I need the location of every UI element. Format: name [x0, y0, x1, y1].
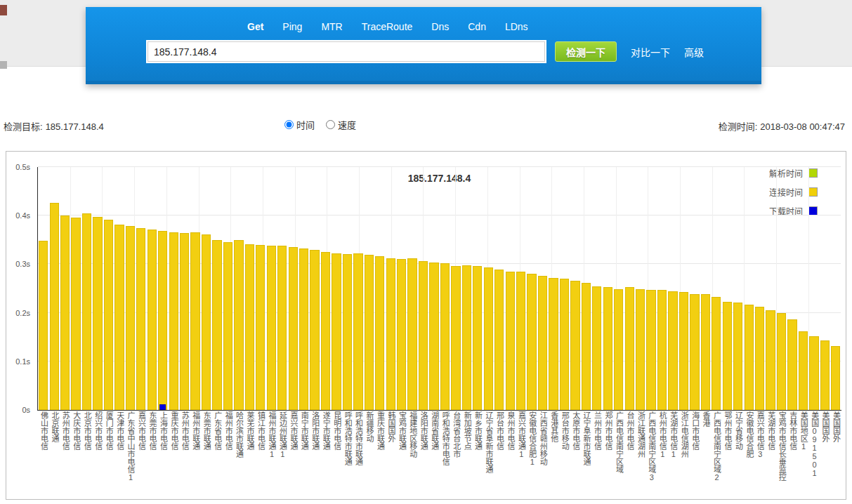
bar-column — [603, 167, 613, 410]
connect-time-bar — [636, 289, 645, 410]
radio-time[interactable]: 时间 — [284, 118, 315, 131]
connect-time-bar — [71, 218, 80, 410]
x-label: 遂宁市联通 — [320, 411, 331, 498]
bar-column — [624, 167, 634, 410]
connect-time-bar — [733, 303, 742, 410]
connect-time-bar — [332, 253, 341, 410]
radio-time-input[interactable] — [284, 120, 294, 129]
x-label: 苏州市电信 — [179, 411, 190, 498]
x-label: 鄂州市电信 — [722, 411, 733, 498]
connect-time-bar — [538, 276, 547, 410]
connect-time-bar — [712, 297, 721, 410]
connect-time-bar — [592, 286, 601, 410]
x-label: 福州市电信 — [223, 411, 233, 498]
target-input[interactable] — [146, 40, 546, 63]
bar-column — [233, 167, 244, 410]
connect-time-bar — [440, 263, 450, 410]
connect-time-bar — [506, 272, 515, 410]
compare-link[interactable]: 对比一下 — [631, 45, 670, 59]
x-label: 辽宁省移动 — [733, 411, 743, 498]
tab-ping[interactable]: Ping — [282, 21, 302, 32]
x-label: 广西电信南宁区域3 — [645, 411, 656, 498]
tab-traceroute[interactable]: TraceRoute — [362, 21, 413, 32]
y-axis-line — [37, 167, 38, 411]
x-label: 安徽电信合肥1 — [526, 411, 537, 498]
tab-dns[interactable]: Dns — [431, 21, 449, 32]
x-label: 呼和浩特市电信 — [440, 411, 450, 498]
radio-speed-input[interactable] — [326, 120, 335, 129]
page-edge-artifact — [0, 61, 7, 69]
nav-tabs: GetPingMTRTraceRouteDnsCdnLDns — [247, 21, 528, 32]
y-tick-label: 0.1s — [8, 357, 30, 366]
y-tick-label: 0.4s — [8, 211, 30, 220]
radio-speed-label: 速度 — [338, 118, 356, 131]
connect-time-bar — [114, 225, 124, 410]
bar-column — [255, 167, 266, 410]
connect-time-bar — [809, 336, 818, 410]
x-label: 重庆市联通 — [374, 411, 385, 498]
connect-time-bar — [831, 346, 840, 410]
bar-column — [309, 167, 320, 410]
x-label: 美国地区1 — [798, 411, 808, 498]
x-label: 新加坡节点 — [461, 411, 472, 498]
tab-ldns[interactable]: LDns — [505, 21, 528, 32]
x-label: 美国091501 — [808, 411, 819, 498]
connect-time-bar — [136, 228, 145, 410]
connect-time-bar — [158, 231, 167, 410]
chart-panel: 185.177.148.4 解析时间连接时间下载时间 0s0.1s0.2s0.3… — [6, 151, 846, 500]
bar-column — [223, 167, 233, 410]
connect-time-bar — [570, 281, 579, 410]
connect-time-bar — [277, 246, 287, 410]
x-label: 芜湖市电信 — [765, 411, 775, 498]
test-button[interactable]: 检测一下 — [555, 41, 617, 62]
bar-column — [244, 167, 255, 410]
bar-column — [440, 167, 450, 410]
bar-column — [81, 167, 92, 410]
connect-time-bar — [429, 263, 438, 410]
bar-column — [136, 167, 146, 410]
tab-cdn[interactable]: Cdn — [468, 21, 486, 32]
bar-column — [418, 167, 428, 410]
connect-time-bar — [462, 265, 471, 410]
bar-column — [830, 167, 841, 410]
bar-column — [591, 167, 602, 410]
bar-column — [820, 167, 830, 410]
x-label: 广东省电信 — [211, 411, 222, 498]
connect-time-bar — [820, 340, 830, 410]
x-label: 洛阳市联通 — [418, 411, 428, 498]
x-label: 呼和浩特市联通 — [353, 411, 363, 498]
x-label: 美国国外 — [830, 411, 841, 498]
x-label: 邢台市电信 — [494, 411, 504, 498]
bar-column — [299, 167, 309, 410]
advanced-link[interactable]: 高级 — [684, 45, 704, 59]
x-label: 镇江市电信 — [255, 411, 266, 498]
check-time-info: 检测时间:2018-03-08 00:47:47 — [719, 119, 845, 133]
x-label: 广西电信南宁区域2 — [711, 411, 721, 498]
x-label: 兰州市电信 — [591, 411, 602, 498]
x-label: 昆明市电信 — [331, 411, 341, 498]
radio-speed[interactable]: 速度 — [326, 118, 356, 131]
x-label: 辽宁阜新市联通 — [581, 411, 591, 498]
x-axis-labels: 佛山市电信北京联通苏州市电信大庆市电信北京市电信绍兴市电信厦门市电信天津市电信广… — [38, 411, 841, 498]
bar-column — [645, 167, 656, 410]
connect-time-bar — [657, 290, 667, 410]
connect-time-bar — [289, 247, 298, 410]
connect-time-bar — [60, 215, 70, 410]
tab-mtr[interactable]: MTR — [321, 21, 342, 32]
bar-column — [711, 167, 721, 410]
x-label: 安徽电信合肥 — [743, 411, 754, 498]
x-label: 呼和浩特市联通 — [342, 411, 353, 498]
check-time-value: 2018-03-08 00:47:47 — [760, 121, 845, 132]
connect-time-bar — [365, 255, 374, 410]
connect-time-bar — [560, 279, 569, 410]
connect-time-bar — [50, 203, 59, 410]
x-label: 浙江联通湖州 — [635, 411, 645, 498]
connect-time-bar — [212, 240, 221, 410]
x-label: 东莞市电信 — [147, 411, 157, 498]
connect-time-bar — [148, 230, 157, 410]
check-time-label: 检测时间: — [719, 121, 758, 132]
x-label: 绍兴市电信 — [92, 411, 103, 498]
connect-time-bar — [679, 292, 688, 410]
tab-get[interactable]: Get — [247, 21, 263, 32]
connect-time-bar — [777, 313, 786, 410]
